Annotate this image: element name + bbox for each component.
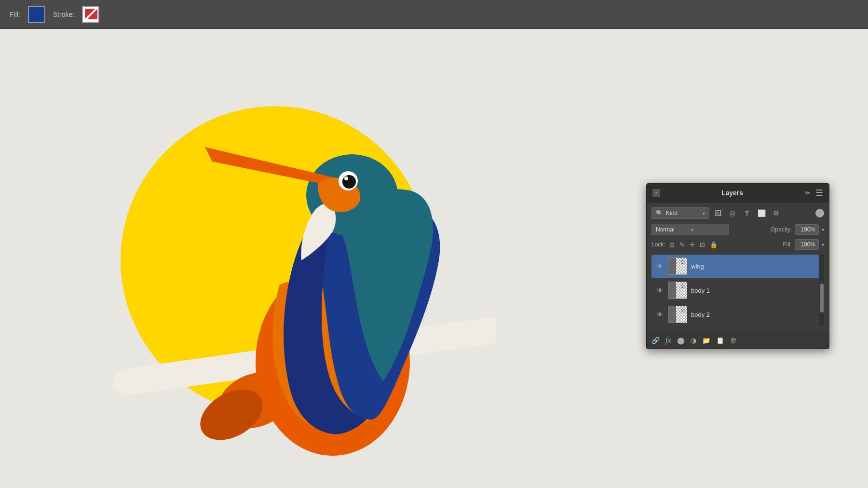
layers-scrollbar[interactable] bbox=[819, 255, 824, 326]
filter-active-dot bbox=[815, 209, 824, 217]
layer-thumb-body2: ⊡ bbox=[668, 306, 687, 323]
filter-icons: 🖼 ◎ T ⬜ ⚙ bbox=[713, 209, 824, 217]
blend-chevron bbox=[691, 227, 724, 232]
delete-icon[interactable]: 🗑 bbox=[730, 337, 737, 344]
kind-dropdown[interactable]: 🔍 Kind bbox=[651, 207, 709, 219]
layer-type-icon-body2: ⊡ bbox=[680, 307, 685, 313]
fill-swatch[interactable] bbox=[28, 6, 45, 23]
lock-transparent-icon[interactable]: ⊞ bbox=[669, 241, 675, 248]
fill-chevron[interactable] bbox=[822, 242, 824, 247]
opacity-label: Opacity: bbox=[771, 226, 792, 233]
fx-icon[interactable]: fx bbox=[665, 336, 671, 345]
opacity-input[interactable]: 100% bbox=[795, 224, 819, 235]
panel-menu-button[interactable]: ☰ bbox=[815, 188, 823, 198]
folder-icon[interactable]: 📁 bbox=[702, 337, 710, 344]
circle-filter-icon[interactable]: ◎ bbox=[728, 209, 737, 217]
toolbar: Fill: Stroke: bbox=[0, 0, 868, 29]
lock-image-icon[interactable]: ✎ bbox=[679, 241, 685, 248]
type-filter-icon[interactable]: T bbox=[742, 209, 752, 217]
kind-chevron bbox=[703, 211, 705, 216]
layer-thumb-wing: ⊡ bbox=[668, 258, 687, 275]
eye-icon-body2[interactable]: 👁 bbox=[655, 310, 664, 319]
panel-collapse-button[interactable]: ≫ bbox=[804, 190, 811, 196]
kind-label: Kind bbox=[666, 210, 678, 217]
lock-label: Lock: bbox=[651, 241, 665, 248]
lock-row: Lock: ⊞ ✎ ✛ ⊡ 🔒 Fill: 100% bbox=[651, 239, 824, 250]
layers-panel: × Layers ≫ ☰ 🔍 Kind 🖼 ◎ T ⬜ bbox=[646, 183, 829, 349]
fill-label: Fill: bbox=[10, 11, 20, 18]
panel-bottom: 🔗 fx ⬤ ◑ 📁 📋 🗑 bbox=[647, 332, 829, 349]
lock-position-icon[interactable]: ✛ bbox=[690, 241, 695, 248]
shape-filter-icon[interactable]: ⬜ bbox=[757, 209, 766, 217]
layer-type-icon-body1: ⊡ bbox=[680, 283, 685, 289]
layer-thumb-body1: ⊡ bbox=[668, 282, 687, 299]
panel-close-button[interactable]: × bbox=[652, 189, 660, 197]
blend-mode-dropdown[interactable]: Normal bbox=[651, 224, 729, 235]
eye-icon-wing[interactable]: 👁 bbox=[655, 262, 664, 271]
svg-point-11 bbox=[342, 175, 356, 189]
opacity-control: Opacity: 100% bbox=[771, 224, 824, 235]
layer-item-body2[interactable]: 👁 ⊡ body 2 bbox=[651, 303, 824, 326]
scrollbar-thumb[interactable] bbox=[820, 284, 824, 312]
fill-label-layers: Fill: bbox=[783, 241, 792, 248]
panel-title: Layers bbox=[721, 189, 743, 197]
svg-point-12 bbox=[344, 176, 348, 180]
fill-input[interactable]: 100% bbox=[795, 239, 819, 250]
filter-row: 🔍 Kind 🖼 ◎ T ⬜ ⚙ bbox=[651, 207, 824, 219]
illustration bbox=[24, 53, 497, 477]
layer-item-wing[interactable]: 👁 ⊡ wing bbox=[651, 255, 824, 278]
layer-name-body2: body 2 bbox=[691, 311, 820, 318]
panel-titlebar: × Layers ≫ ☰ bbox=[647, 184, 829, 203]
eye-icon-body1[interactable]: 👁 bbox=[655, 286, 664, 295]
image-filter-icon[interactable]: 🖼 bbox=[713, 209, 723, 217]
canvas-area: × Layers ≫ ☰ 🔍 Kind 🖼 ◎ T ⬜ bbox=[0, 29, 868, 488]
layer-name-wing: wing bbox=[691, 263, 820, 270]
blend-row: Normal Opacity: 100% bbox=[651, 224, 824, 235]
mask-icon[interactable]: ⬤ bbox=[677, 337, 685, 344]
stroke-label: Stroke: bbox=[53, 11, 74, 18]
adjustment-filter-icon[interactable]: ⚙ bbox=[771, 209, 781, 217]
new-layer-icon[interactable]: 📋 bbox=[716, 337, 724, 344]
adjustment-icon[interactable]: ◑ bbox=[691, 337, 696, 344]
link-icon[interactable]: 🔗 bbox=[651, 337, 660, 344]
panel-body: 🔍 Kind 🖼 ◎ T ⬜ ⚙ Normal bbox=[647, 203, 829, 332]
blend-mode-label: Normal bbox=[656, 226, 689, 233]
layer-item-body1[interactable]: 👁 ⊡ body 1 bbox=[651, 279, 824, 302]
layer-name-body1: body 1 bbox=[691, 287, 820, 294]
lock-artboard-icon[interactable]: ⊡ bbox=[700, 241, 705, 248]
layers-list: 👁 ⊡ wing 👁 ⊡ body 1 bbox=[651, 255, 824, 326]
stroke-swatch[interactable] bbox=[82, 6, 99, 23]
fill-control: Fill: 100% bbox=[783, 239, 824, 250]
lock-all-icon[interactable]: 🔒 bbox=[710, 241, 718, 248]
lock-icons: ⊞ ✎ ✛ ⊡ 🔒 bbox=[669, 241, 718, 248]
opacity-chevron[interactable] bbox=[822, 227, 824, 232]
layer-type-icon-wing: ⊡ bbox=[680, 259, 685, 265]
